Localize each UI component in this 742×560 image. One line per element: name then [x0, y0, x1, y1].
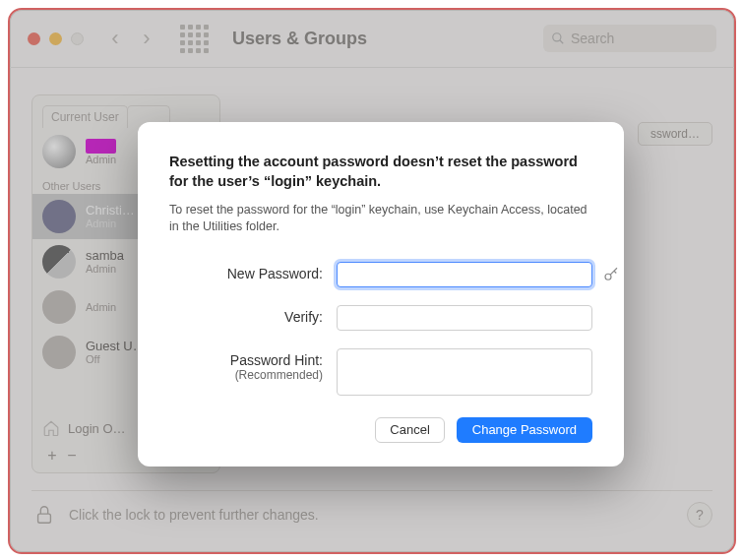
modal-title: Resetting the account password doesn’t r…: [169, 152, 592, 192]
cancel-label: Cancel: [390, 422, 429, 437]
label-hint: Password Hint: (Recommended): [169, 348, 337, 383]
verify-password-input[interactable]: [337, 305, 592, 331]
field-new-password: [337, 262, 592, 287]
row-new-password: New Password:: [169, 262, 592, 287]
change-password-button[interactable]: Change Password: [457, 417, 592, 443]
field-hint: [337, 348, 592, 400]
cancel-button[interactable]: Cancel: [375, 417, 444, 443]
password-hint-input[interactable]: [337, 348, 592, 396]
label-hint-sub: (Recommended): [169, 368, 323, 382]
modal-buttons: Cancel Change Password: [169, 417, 592, 443]
key-icon[interactable]: [602, 266, 620, 287]
field-verify: [337, 305, 592, 331]
label-new-password: New Password:: [169, 262, 337, 282]
label-verify: Verify:: [169, 305, 337, 326]
new-password-input[interactable]: [337, 262, 592, 287]
preferences-window: ‹ › Users & Groups Search Current User: [8, 8, 736, 554]
reset-password-modal: Resetting the account password doesn’t r…: [138, 122, 624, 467]
row-verify: Verify:: [169, 305, 592, 331]
modal-subtitle: To reset the password for the “login” ke…: [169, 202, 592, 236]
row-hint: Password Hint: (Recommended): [169, 348, 592, 400]
change-password-label: Change Password: [472, 422, 577, 437]
